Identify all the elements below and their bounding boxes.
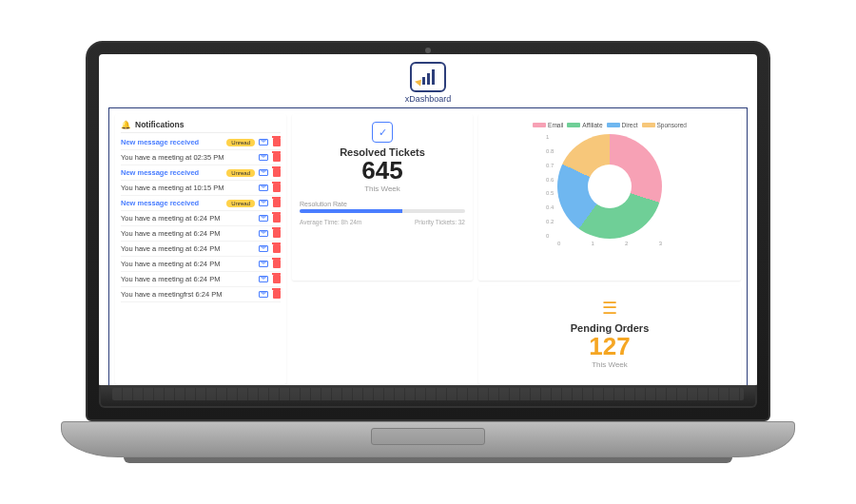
- unread-badge: Unread: [226, 139, 255, 146]
- bell-icon: 🔔: [121, 120, 131, 129]
- delete-icon[interactable]: [273, 229, 281, 238]
- laptop-lid: xDashboard ✓ Resolved Tickets 645 This W…: [86, 41, 770, 421]
- notification-row[interactable]: You have a meetingfrst 6:24 PM: [121, 287, 281, 302]
- notification-row[interactable]: New message receivedUnread: [121, 196, 281, 211]
- delete-icon[interactable]: [273, 275, 281, 283]
- priority-tickets: Priority Tickets: 32: [415, 219, 465, 225]
- pending-period: This Week: [592, 360, 628, 369]
- pending-orders-card[interactable]: ☰ Pending Orders 127 This Week: [478, 286, 741, 384]
- delete-icon[interactable]: [273, 138, 281, 146]
- mail-icon[interactable]: [259, 184, 268, 191]
- donut-chart: 10.80.70.60.50.40.20: [557, 134, 662, 239]
- notifications-panel: 🔔 Notifications New message receivedUnre…: [115, 114, 286, 384]
- mail-icon[interactable]: [259, 230, 268, 237]
- traffic-donut-card[interactable]: EmailAffiliateDirectSponsored 10.80.70.6…: [478, 114, 741, 281]
- mail-icon[interactable]: [259, 215, 268, 222]
- notification-row[interactable]: You have a meeting at 6:24 PM: [121, 226, 281, 242]
- unread-badge: Unread: [226, 200, 255, 207]
- brand-logo: xDashboard: [405, 62, 452, 104]
- delete-icon[interactable]: [273, 153, 281, 162]
- mail-icon[interactable]: [259, 139, 268, 145]
- resolved-period: This Week: [364, 184, 400, 193]
- mail-icon[interactable]: [259, 245, 268, 252]
- delete-icon[interactable]: [273, 168, 281, 177]
- mail-icon[interactable]: [259, 291, 268, 298]
- progress-label: Resolution Rate: [300, 201, 465, 207]
- laptop-base: [61, 421, 795, 457]
- mail-icon[interactable]: [259, 261, 268, 267]
- notification-row[interactable]: You have a meeting at 6:24 PM: [121, 272, 281, 287]
- mail-icon[interactable]: [259, 154, 268, 161]
- notification-row[interactable]: You have a meeting at 10:15 PM: [121, 181, 281, 196]
- delete-icon[interactable]: [273, 290, 281, 299]
- ticket-icon: ✓: [372, 122, 393, 143]
- pending-value: 127: [589, 334, 630, 359]
- mail-icon[interactable]: [259, 200, 268, 206]
- pending-icon: ☰: [598, 298, 621, 319]
- donut-legend: EmailAffiliateDirectSponsored: [533, 122, 687, 128]
- laptop-foot: [124, 457, 732, 463]
- dashboard: ✓ Resolved Tickets 645 This Week Resolut…: [108, 107, 748, 387]
- avg-time: Average Time: 8h 24m: [300, 219, 361, 225]
- notification-row[interactable]: You have a meeting at 6:24 PM: [121, 242, 281, 257]
- delete-icon[interactable]: [273, 184, 281, 192]
- logo-icon: [410, 62, 446, 92]
- trackpad: [371, 428, 485, 445]
- notification-list: New message receivedUnreadYou have a mee…: [121, 135, 281, 302]
- notification-row[interactable]: New message receivedUnread: [121, 165, 281, 181]
- keyboard-deck: [99, 385, 757, 408]
- delete-icon[interactable]: [273, 214, 281, 223]
- resolved-tickets-card[interactable]: ✓ Resolved Tickets 645 This Week Resolut…: [292, 114, 473, 281]
- delete-icon[interactable]: [273, 199, 281, 207]
- mail-icon[interactable]: [259, 169, 268, 176]
- screen: xDashboard ✓ Resolved Tickets 645 This W…: [99, 54, 757, 387]
- notification-row[interactable]: You have a meeting at 6:24 PM: [121, 211, 281, 226]
- donut-x-axis: 0123: [557, 241, 662, 246]
- notification-row[interactable]: You have a meeting at 6:24 PM: [121, 257, 281, 272]
- delete-icon[interactable]: [273, 260, 281, 268]
- resolution-progress: [300, 209, 465, 213]
- mail-icon[interactable]: [259, 276, 268, 282]
- notification-row[interactable]: New message receivedUnread: [121, 135, 281, 150]
- notifications-heading: Notifications: [135, 120, 184, 129]
- resolved-value: 645: [361, 158, 402, 183]
- laptop-frame: xDashboard ✓ Resolved Tickets 645 This W…: [86, 41, 770, 463]
- notification-row[interactable]: You have a meeting at 02:35 PM: [121, 150, 281, 165]
- brand-name: xDashboard: [405, 94, 452, 104]
- delete-icon[interactable]: [273, 244, 281, 253]
- unread-badge: Unread: [226, 169, 255, 177]
